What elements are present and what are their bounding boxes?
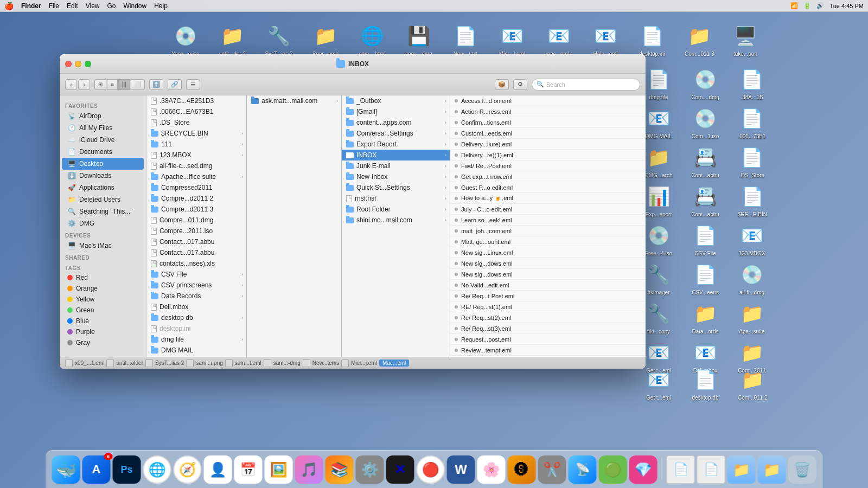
desktop-icon[interactable]: 🔧 SysT...ias 3 — [265, 22, 293, 57]
search-box[interactable]: 🔍 Search — [532, 79, 640, 91]
list-item[interactable]: content...apps.com › — [342, 117, 450, 128]
list-item[interactable]: Data Records › — [146, 291, 246, 301]
sidebar-tag-red[interactable]: Red — [62, 272, 144, 283]
list-item[interactable]: 111 › — [146, 139, 246, 150]
dock-app-gem[interactable]: 💎 — [629, 455, 658, 484]
list-item[interactable]: Dell.mbox — [146, 301, 246, 312]
list-item[interactable]: New-Inbox › — [342, 171, 450, 182]
list-item[interactable]: Contact...017.abbu — [146, 236, 246, 247]
list-item[interactable]: .DS_Store — [146, 117, 246, 128]
forward-button[interactable]: › — [78, 79, 90, 90]
desktop-icon[interactable]: 💿 Com...1.iso — [691, 104, 719, 139]
list-item[interactable]: DMG MAIL — [146, 345, 246, 356]
dock-photos[interactable]: 🌸 — [477, 455, 506, 484]
dock-finder[interactable]: 🐳 — [52, 455, 80, 484]
desktop-icon[interactable]: 📄 .38A...1B — [738, 65, 766, 100]
dock-ibooks[interactable]: 📚 — [326, 455, 354, 484]
list-view-button[interactable]: ≡ — [107, 79, 118, 90]
list-item[interactable]: Quick St...Settings › — [342, 182, 450, 193]
status-item[interactable]: x00_...1.eml — [65, 359, 104, 367]
icon-view-button[interactable]: ⊞ — [94, 79, 106, 90]
dropbox-button[interactable]: 📦 — [495, 79, 509, 90]
status-item[interactable]: untit...older — [106, 359, 143, 367]
list-item[interactable]: Delivery...ilure).eml — [450, 139, 646, 150]
list-item[interactable]: desktop.ini — [146, 323, 246, 334]
list-item[interactable]: Action R...ress.eml — [450, 106, 646, 117]
list-item[interactable]: New sig...dows.eml — [450, 269, 646, 280]
list-item[interactable]: Export Report › — [342, 139, 450, 150]
dock-sequel-pro[interactable]: 🅢 — [508, 455, 536, 484]
sidebar-item-applications[interactable]: 🚀 Applications — [62, 182, 144, 194]
dock-photoshop[interactable]: Ps — [113, 455, 141, 484]
menu-window[interactable]: Window — [124, 2, 147, 10]
status-item[interactable]: sam...t.eml — [225, 359, 261, 367]
dock-itunes[interactable]: 🎵 — [295, 455, 323, 484]
list-item[interactable]: No Valid...edit.eml — [450, 280, 646, 291]
dock-app-x[interactable]: ✕ — [386, 455, 414, 484]
back-button[interactable]: ‹ — [65, 79, 77, 90]
gear-button[interactable]: ⚙ — [513, 79, 527, 90]
dock-app-opera[interactable]: 🔴 — [417, 455, 445, 484]
list-item[interactable]: Guest P...o edit.eml — [450, 182, 646, 193]
sidebar-item-imac[interactable]: 🖥️ Mac's iMac — [62, 240, 144, 252]
list-item[interactable]: Compre...d2011 3 — [146, 204, 246, 215]
maximize-button[interactable] — [85, 61, 91, 67]
dock-utorrent[interactable]: 🟢 — [599, 455, 627, 484]
desktop-icon[interactable]: 💿 all-fi...dmg — [738, 260, 766, 296]
dock-chrome[interactable]: 🌐 — [143, 455, 171, 484]
list-item[interactable]: .0066C...EA673B1 — [146, 106, 246, 117]
list-item[interactable]: Compre...011.dmg — [146, 215, 246, 226]
action-button[interactable]: ⬆️ — [149, 79, 163, 90]
list-item[interactable]: matt_joh...com.eml — [450, 226, 646, 236]
desktop-icon[interactable]: 💿 Com....dmg — [691, 65, 719, 100]
list-item[interactable]: RE/ Req...st(1).eml — [450, 301, 646, 312]
desktop-icon[interactable]: 📁 Sear...arch — [311, 22, 340, 57]
list-item[interactable]: New sig...dows.eml — [450, 258, 646, 269]
desktop-icon[interactable]: 💾 sam....dmg — [405, 22, 433, 57]
sidebar-tag-blue[interactable]: Blue — [62, 316, 144, 326]
list-item[interactable]: Re/ Req...st(2).eml — [450, 312, 646, 323]
list-item[interactable]: $RECYCLE.BIN › — [146, 128, 246, 139]
desktop-icon[interactable]: 📇 Cont...abbu — [691, 182, 719, 217]
list-item[interactable]: 123.MBOX › — [146, 150, 246, 160]
list-item[interactable]: all-file-c...sed.dmg — [146, 160, 246, 171]
menu-finder[interactable]: Finder — [21, 2, 41, 10]
inbox-folder[interactable]: INBOX › — [342, 150, 450, 160]
sort-button[interactable]: ☰ — [186, 79, 200, 90]
desktop-icon[interactable]: 📄 desktop.ini — [638, 22, 666, 57]
list-item[interactable]: ask.matt...mail.com › — [247, 95, 341, 106]
desktop-icon[interactable]: 📧 Get t...eml — [644, 365, 673, 401]
sidebar-tag-green[interactable]: Green — [62, 305, 144, 316]
coverflow-view-button[interactable]: ⬜ — [131, 79, 145, 90]
sidebar-item-searching[interactable]: 🔍 Searching "This..." — [62, 206, 144, 217]
close-button[interactable] — [65, 61, 72, 67]
list-item[interactable]: Matt, ge...ount.eml — [450, 236, 646, 247]
desktop-icon[interactable]: 📁 Data...ords — [691, 299, 719, 335]
status-item[interactable]: sam...-dmg — [264, 359, 301, 367]
list-item[interactable]: Compre...2011.iso — [146, 226, 246, 236]
sidebar-item-airdrop[interactable]: 📡 AirDrop — [62, 110, 144, 122]
sidebar-item-all-my-files[interactable]: 🕐 All My Files — [62, 122, 144, 134]
desktop-icon[interactable]: 📄 New...).txt — [451, 22, 480, 57]
list-item[interactable]: Compressed2011 — [146, 182, 246, 193]
desktop-icon[interactable]: 📄 desktop db — [691, 365, 719, 401]
tag-button[interactable]: 🔗 — [168, 79, 182, 90]
dock-word[interactable]: W — [447, 455, 475, 484]
sidebar-tag-purple[interactable]: Purple — [62, 326, 144, 337]
list-item[interactable]: contacts...nses).xls — [146, 258, 246, 269]
list-item[interactable]: CSV File › — [146, 269, 246, 280]
column-view-button[interactable]: ||| — [118, 79, 130, 90]
list-item[interactable]: Learn so...eek!.eml — [450, 215, 646, 226]
desktop-icon[interactable]: 📧 DMG MAIL — [644, 104, 673, 139]
sidebar-tag-orange[interactable]: Orange — [62, 283, 144, 294]
desktop-icon[interactable]: 📇 Cont...abbu — [691, 143, 719, 178]
desktop-icon[interactable]: 🌐 sam....html — [358, 22, 386, 57]
list-item[interactable]: How to a...y 🍺.eml — [450, 193, 646, 204]
list-item[interactable]: Re/ Req...st(3).eml — [450, 323, 646, 334]
list-item[interactable]: Delivery...re)(1).eml — [450, 150, 646, 160]
desktop-icon[interactable]: 📁 untit...der 2 — [218, 22, 246, 57]
list-item[interactable]: Re/ Req...t Post.eml — [450, 291, 646, 301]
menu-file[interactable]: File — [49, 2, 59, 10]
sidebar-tag-gray[interactable]: Gray — [62, 337, 144, 348]
sidebar-item-documents[interactable]: 📄 Documents — [62, 146, 144, 158]
